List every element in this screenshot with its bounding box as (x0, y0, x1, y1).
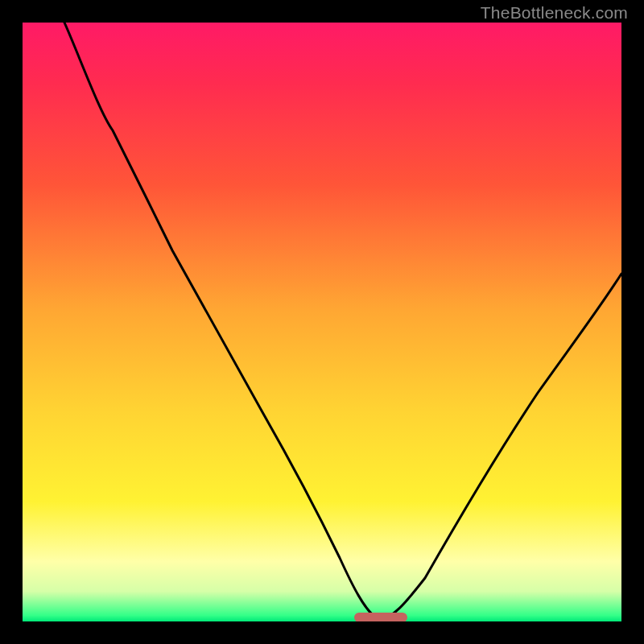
optimal-marker (354, 613, 407, 621)
watermark-text: TheBottleneck.com (481, 3, 628, 23)
chart-frame: TheBottleneck.com (0, 0, 644, 644)
bottleneck-curve-svg (23, 23, 621, 621)
bottleneck-curve (64, 23, 621, 619)
plot-area (23, 23, 621, 621)
